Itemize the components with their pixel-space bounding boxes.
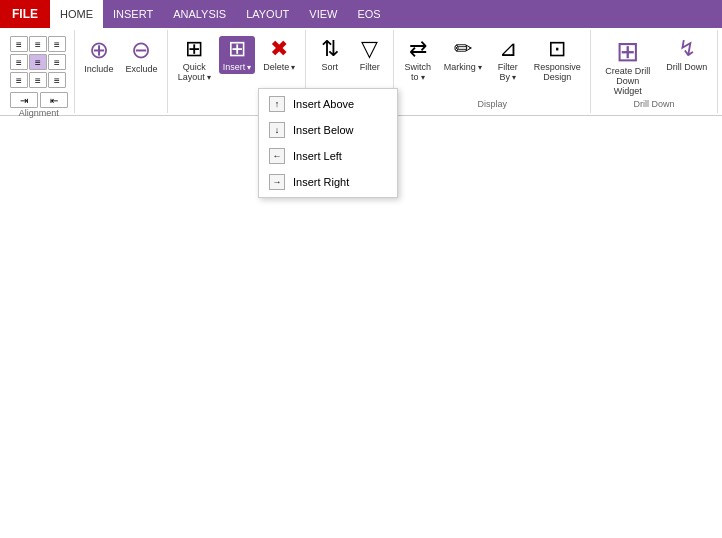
insert-below-label: Insert Below bbox=[293, 124, 354, 136]
insert-dropdown-menu: ↑ Insert Above ↓ Insert Below ← Insert L… bbox=[258, 88, 398, 198]
tab-insert[interactable]: INSERT bbox=[103, 0, 163, 28]
responsive-design-label: Responsive Design bbox=[534, 62, 581, 82]
tab-file[interactable]: FILE bbox=[0, 0, 50, 28]
group-include-exclude: ⊕ Include ⊖ Exclude x bbox=[75, 30, 169, 113]
tab-home[interactable]: HOME bbox=[50, 0, 103, 28]
switch-to-button[interactable]: ⇄ Switch to bbox=[400, 36, 436, 84]
drill-down-label: Drill Down bbox=[666, 62, 707, 72]
create-drill-down-label: Create Drill Down Widget bbox=[601, 66, 654, 96]
insert-left-icon: ← bbox=[269, 148, 285, 164]
insert-right-item[interactable]: → Insert Right bbox=[259, 169, 397, 195]
switch-to-label: Switch to bbox=[405, 62, 432, 82]
marking-label: Marking bbox=[444, 62, 482, 72]
insert-left-item[interactable]: ← Insert Left bbox=[259, 143, 397, 169]
drill-down-group-label: Drill Down bbox=[634, 99, 675, 111]
delete-icon: ✖ bbox=[270, 38, 288, 60]
align-middle-right[interactable]: ≡ bbox=[48, 54, 66, 70]
insert-icon: ⊞ bbox=[228, 38, 246, 60]
responsive-design-icon: ⊡ bbox=[548, 38, 566, 60]
alignment-label: Alignment bbox=[19, 108, 59, 120]
align-bottom-right[interactable]: ≡ bbox=[48, 72, 66, 88]
drill-down-button[interactable]: ↯ Drill Down bbox=[662, 36, 711, 74]
drill-down-icon: ↯ bbox=[678, 38, 696, 60]
align-middle-left[interactable]: ≡ bbox=[10, 54, 28, 70]
delete-button[interactable]: ✖ Delete bbox=[259, 36, 299, 74]
group-alignment: ≡ ≡ ≡ ≡ ≡ ≡ ≡ ≡ ≡ ⇥ ⇤ Alignment bbox=[4, 30, 75, 113]
exclude-icon: ⊖ bbox=[131, 38, 151, 62]
insert-label: Insert bbox=[223, 62, 252, 72]
display-label: Display bbox=[478, 99, 508, 111]
tab-analysis[interactable]: ANALYSIS bbox=[163, 0, 236, 28]
insert-right-icon: → bbox=[269, 174, 285, 190]
quick-layout-button[interactable]: ⊞ Quick Layout bbox=[174, 36, 215, 84]
sort-label: Sort bbox=[321, 62, 338, 72]
align-row-1: ≡ ≡ ≡ bbox=[10, 36, 66, 52]
include-label: Include bbox=[84, 64, 113, 74]
include-button[interactable]: ⊕ Include bbox=[80, 36, 117, 76]
filter-by-label: Filter By bbox=[498, 62, 518, 82]
align-bottom-center[interactable]: ≡ bbox=[29, 72, 47, 88]
include-icon: ⊕ bbox=[89, 38, 109, 62]
align-top-center[interactable]: ≡ bbox=[29, 36, 47, 52]
align-row-3: ≡ ≡ ≡ bbox=[10, 72, 66, 88]
insert-below-item[interactable]: ↓ Insert Below bbox=[259, 117, 397, 143]
insert-button[interactable]: ⊞ Insert bbox=[219, 36, 256, 74]
responsive-design-button[interactable]: ⊡ Responsive Design bbox=[530, 36, 585, 84]
align-top-left[interactable]: ≡ bbox=[10, 36, 28, 52]
quick-layout-icon: ⊞ bbox=[185, 38, 203, 60]
align-top-right[interactable]: ≡ bbox=[48, 36, 66, 52]
insert-above-item[interactable]: ↑ Insert Above bbox=[259, 91, 397, 117]
tab-layout[interactable]: LAYOUT bbox=[236, 0, 299, 28]
align-row-2: ≡ ≡ ≡ bbox=[10, 54, 66, 70]
delete-label: Delete bbox=[263, 62, 295, 72]
marking-icon: ✏ bbox=[454, 38, 472, 60]
filter-icon: ▽ bbox=[361, 38, 378, 60]
outdent-icon[interactable]: ⇤ bbox=[40, 92, 68, 108]
indent-icon[interactable]: ⇥ bbox=[10, 92, 38, 108]
marking-button[interactable]: ✏ Marking bbox=[440, 36, 486, 74]
exclude-label: Exclude bbox=[125, 64, 157, 74]
create-drill-down-icon: ⊞ bbox=[616, 38, 639, 66]
insert-right-label: Insert Right bbox=[293, 176, 349, 188]
filter-by-button[interactable]: ⊿ Filter By bbox=[490, 36, 526, 84]
sort-button[interactable]: ⇅ Sort bbox=[312, 36, 348, 74]
align-bottom-left[interactable]: ≡ bbox=[10, 72, 28, 88]
filter-by-icon: ⊿ bbox=[499, 38, 517, 60]
insert-above-icon: ↑ bbox=[269, 96, 285, 112]
sort-icon: ⇅ bbox=[321, 38, 339, 60]
filter-label: Filter bbox=[360, 62, 380, 72]
quick-layout-label: Quick Layout bbox=[178, 62, 211, 82]
filter-button[interactable]: ▽ Filter bbox=[352, 36, 388, 74]
align-middle-center[interactable]: ≡ bbox=[29, 54, 47, 70]
tab-eos[interactable]: EOS bbox=[347, 0, 390, 28]
create-drill-down-button[interactable]: ⊞ Create Drill Down Widget bbox=[597, 36, 658, 98]
insert-above-label: Insert Above bbox=[293, 98, 354, 110]
insert-left-label: Insert Left bbox=[293, 150, 342, 162]
group-display: ⇄ Switch to ✏ Marking ⊿ Filter By ⊡ Resp… bbox=[394, 30, 591, 113]
exclude-button[interactable]: ⊖ Exclude bbox=[121, 36, 161, 76]
tab-view[interactable]: VIEW bbox=[299, 0, 347, 28]
insert-below-icon: ↓ bbox=[269, 122, 285, 138]
group-drill-down: ⊞ Create Drill Down Widget ↯ Drill Down … bbox=[591, 30, 718, 113]
switch-to-icon: ⇄ bbox=[409, 38, 427, 60]
ribbon-tabs: FILE HOME INSERT ANALYSIS LAYOUT VIEW EO… bbox=[0, 0, 722, 28]
